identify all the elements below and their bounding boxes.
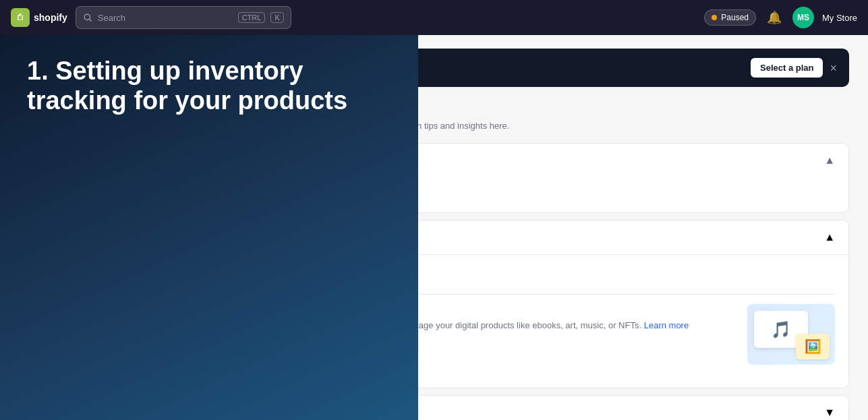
kbd-ctrl: CTRL — [238, 12, 266, 23]
setup-guide-title: Setup guide — [168, 155, 226, 167]
digital-product-illustration: 🎵 🖼️ — [747, 304, 835, 365]
sidebar-item-point-of-sale[interactable]: 🏪 Point of Sale — [4, 287, 130, 311]
banner-text: Select a plan to get your first month fo… — [166, 63, 344, 73]
banner-actions: Select a plan × — [751, 58, 837, 78]
page-subtitle: Here's a guide to get started. As your b… — [154, 121, 849, 131]
search-input[interactable] — [98, 13, 233, 23]
task-add-first-product: Add your first product — [168, 255, 835, 294]
learn-more-link[interactable]: Learn more — [644, 320, 689, 330]
topbar-right: Paused 🔔 MS My Store — [704, 7, 857, 28]
sales-channels-chevron: › — [121, 247, 125, 258]
sidebar-analytics-label: Analytics — [32, 171, 67, 181]
task-digital-desc-text: After you've added your products, connec… — [196, 320, 641, 330]
analytics-icon: 📊 — [13, 170, 26, 182]
svg-point-2 — [175, 312, 180, 318]
search-bar[interactable]: CTRL K — [76, 6, 291, 29]
products-icon: 🏷️ — [13, 93, 26, 105]
discounts-icon: 🏷 — [13, 221, 26, 233]
avatar[interactable]: MS — [792, 7, 814, 28]
topbar-left: shopify CTRL K — [11, 6, 291, 29]
paused-label: Paused — [721, 13, 749, 22]
sidebar: 🏠 Home 📋 Orders 🏷️ Products 👤 Customers … — [0, 35, 135, 420]
plan-banner: Select a plan to get your first month fo… — [154, 49, 849, 87]
svg-point-0 — [84, 14, 90, 20]
setup-guide-header[interactable]: Setup guide ▲ — [154, 144, 848, 177]
sidebar-discounts-label: Discounts — [32, 222, 71, 233]
task-pending-icon — [168, 305, 187, 324]
pos-icon: 🏪 — [13, 293, 26, 305]
add-products-header[interactable]: Add products ▲ — [154, 220, 848, 254]
sidebar-online-store-label: Online Store — [32, 268, 81, 278]
sell-online-header[interactable]: Sell online ▼ — [154, 396, 848, 420]
topbar: shopify CTRL K Paused 🔔 MS My Store — [0, 0, 868, 35]
page-heading: Get ready to sell Here's a guide to get … — [154, 100, 849, 131]
sell-online-title: Sell online — [168, 407, 219, 419]
music-icon: 🎵 — [771, 320, 791, 339]
apps-section: Apps › — [0, 311, 134, 332]
task-digital-desc: After you've added your products, connec… — [196, 319, 738, 332]
kbd-k: K — [270, 12, 283, 23]
sidebar-home-label: Home — [32, 43, 57, 53]
shopify-logo: shopify — [11, 8, 67, 27]
setup-guide-subtitle: Use this personalized guide to get your … — [154, 177, 848, 187]
store-label: My Store — [822, 13, 857, 23]
task-first-product-content: Add your first product — [196, 264, 835, 279]
svg-line-1 — [90, 20, 92, 22]
setup-guide-progress: 1 / 8 completed — [154, 187, 848, 212]
add-products-title: Add products — [168, 232, 234, 243]
customers-icon: 👤 — [13, 119, 26, 131]
sidebar-pos-label: Point of Sale — [32, 294, 82, 304]
sidebar-products-label: Products — [32, 94, 67, 104]
sidebar-item-discounts[interactable]: 🏷 Discounts — [4, 215, 130, 239]
home-icon: 🏠 — [13, 42, 26, 54]
apps-chevron: › — [121, 318, 125, 329]
sidebar-marketing-label: Marketing — [32, 197, 71, 207]
sidebar-orders-label: Orders — [32, 69, 59, 79]
banner-close-button[interactable]: × — [830, 62, 837, 74]
browse-digital-apps-button[interactable]: Browse digital product apps — [196, 340, 323, 361]
sell-online-card: Sell online ▼ — [154, 395, 849, 420]
sell-online-chevron: ▼ — [824, 407, 835, 419]
sidebar-item-content[interactable]: 📄 Content — [4, 138, 130, 162]
apps-label: Apps — [9, 320, 28, 328]
orders-icon: 📋 — [13, 67, 26, 80]
search-icon — [83, 13, 92, 22]
select-plan-button[interactable]: Select a plan — [751, 58, 823, 78]
task-digital-content: Manage your digital products After you'v… — [196, 304, 738, 361]
add-products-body: Add your first product Manage your digit… — [154, 255, 848, 388]
marketing-icon: 📣 — [13, 196, 26, 208]
setup-guide-chevron: ▲ — [824, 154, 835, 167]
sidebar-item-analytics[interactable]: 📊 Analytics — [4, 164, 130, 188]
sidebar-item-customers[interactable]: 👤 Customers — [4, 113, 130, 137]
add-products-card: Add products ▲ Add your first product — [154, 220, 849, 388]
sidebar-item-marketing[interactable]: 📣 Marketing — [4, 189, 130, 214]
task-first-product-title: Add your first product — [196, 264, 835, 275]
paused-badge: Paused — [704, 9, 756, 26]
task-manage-digital: Manage your digital products After you'v… — [168, 295, 835, 374]
sidebar-item-online-store[interactable]: 🖥️ Online Store — [4, 261, 130, 285]
sidebar-content-label: Content — [32, 146, 63, 156]
store-name-label: shopify — [34, 12, 67, 23]
add-products-chevron: ▲ — [824, 231, 835, 243]
banner-message: Select a plan to get your first month fo… — [166, 63, 344, 73]
sales-channels-section: Sales channels › — [0, 240, 134, 260]
online-store-icon: 🖥️ — [13, 267, 26, 279]
pause-dot — [712, 15, 717, 20]
sidebar-item-orders[interactable]: 📋 Orders — [4, 61, 130, 86]
content-area: Select a plan to get your first month fo… — [135, 35, 868, 420]
image-icon: 🖼️ — [805, 338, 821, 355]
sidebar-item-products[interactable]: 🏷️ Products — [4, 87, 130, 111]
main-layout: 🏠 Home 📋 Orders 🏷️ Products 👤 Customers … — [0, 35, 868, 420]
content-icon: 📄 — [13, 144, 26, 156]
notifications-button[interactable]: 🔔 — [764, 7, 784, 28]
page-title: Get ready to sell — [154, 100, 849, 118]
sidebar-customers-label: Customers — [32, 120, 75, 130]
sidebar-item-home[interactable]: 🏠 Home — [4, 36, 130, 60]
shopify-icon — [11, 8, 30, 27]
task-digital-title: Manage your digital products — [196, 304, 738, 315]
setup-guide-card: Setup guide ▲ Use this personalized guid… — [154, 143, 849, 213]
digi-card-image: 🖼️ — [796, 334, 830, 359]
sales-channels-label: Sales channels — [9, 248, 63, 256]
digi-illus: 🎵 🖼️ — [747, 304, 835, 365]
task-completed-icon — [168, 266, 187, 284]
